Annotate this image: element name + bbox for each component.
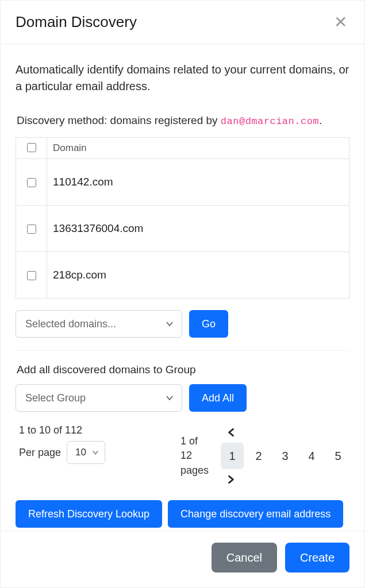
page-number[interactable]: 1 [221, 443, 244, 469]
domain-cell: 218cp.com [47, 252, 349, 299]
modal-footer: Cancel Create [1, 531, 364, 587]
prev-page-icon[interactable] [223, 424, 239, 440]
page-info-line3: pages [180, 465, 209, 476]
page-number[interactable]: 4 [300, 443, 323, 469]
select-group-placeholder: Select Group [25, 392, 86, 404]
close-icon[interactable]: ✕ [332, 14, 349, 30]
discovery-email: dan@dmarcian.com [221, 116, 319, 127]
domain-column-header: Domain [47, 138, 349, 159]
section-divider [16, 350, 349, 351]
method-prefix: Discovery method: domains registered by [17, 114, 221, 126]
chevron-down-icon [166, 320, 174, 328]
row-checkbox[interactable] [27, 225, 36, 234]
page-info-line2: 12 [180, 450, 192, 461]
pagination-left: 1 to 10 of 112 Per page 10 [16, 424, 105, 464]
table-row: 13631376004.com [16, 206, 349, 252]
group-section-label: Add all discovered domains to Group [17, 363, 349, 376]
change-email-button[interactable]: Change discovery email address [168, 500, 343, 528]
range-text: 1 to 10 of 112 [19, 424, 105, 436]
pagination-right: 1 of 12 pages 1 2 3 4 5 [180, 424, 349, 488]
selected-domains-placeholder: Selected domains... [25, 318, 116, 330]
cancel-button[interactable]: Cancel [212, 543, 277, 572]
per-page-row: Per page 10 [19, 441, 105, 464]
page-info: 1 of 12 pages [180, 434, 215, 478]
refresh-lookup-button[interactable]: Refresh Discovery Lookup [16, 500, 162, 528]
discovery-method-line: Discovery method: domains registered by … [17, 114, 349, 127]
page-number[interactable]: 3 [274, 443, 297, 469]
page-info-line1: 1 of [180, 435, 198, 447]
add-all-button[interactable]: Add All [189, 384, 247, 412]
group-action-row: Select Group Add All [16, 384, 349, 412]
domain-cell: 110142.com [47, 159, 349, 206]
chevron-down-icon [166, 394, 174, 402]
per-page-label: Per page [19, 447, 61, 459]
page-numbers: 1 2 3 4 5 [221, 443, 349, 469]
modal-title: Domain Discovery [16, 13, 137, 31]
method-suffix: . [319, 114, 322, 126]
row-checkbox[interactable] [27, 178, 36, 187]
select-all-checkbox[interactable] [27, 143, 36, 152]
select-group-dropdown[interactable]: Select Group [16, 384, 182, 412]
table-row: 110142.com [16, 159, 349, 206]
page-number[interactable]: 5 [326, 443, 349, 469]
create-button[interactable]: Create [285, 543, 349, 572]
select-all-header [16, 138, 47, 159]
modal-header: Domain Discovery ✕ [1, 1, 364, 44]
domain-cell: 13631376004.com [47, 206, 349, 252]
next-page-icon[interactable] [223, 471, 239, 488]
pager-controls: 1 2 3 4 5 [221, 424, 349, 488]
domain-table: Domain 110142.com 13631376004.com 218cp.… [16, 137, 349, 299]
selected-action-row: Selected domains... Go [16, 310, 349, 338]
per-page-select[interactable]: 10 [67, 441, 105, 464]
page-number[interactable]: 2 [247, 443, 270, 469]
lead-text: Automatically identify domains related t… [16, 61, 349, 95]
lookup-buttons-row: Refresh Discovery Lookup Change discover… [16, 500, 349, 528]
domain-discovery-modal: Domain Discovery ✕ Automatically identif… [0, 0, 365, 588]
go-button[interactable]: Go [189, 310, 228, 338]
pagination-area: 1 to 10 of 112 Per page 10 1 of 12 pages [16, 424, 349, 488]
selected-domains-select[interactable]: Selected domains... [16, 310, 182, 338]
per-page-value: 10 [75, 447, 86, 458]
table-row: 218cp.com [16, 252, 349, 299]
row-checkbox[interactable] [27, 271, 36, 280]
modal-body: Automatically identify domains related t… [1, 44, 364, 531]
chevron-down-icon [92, 449, 99, 456]
